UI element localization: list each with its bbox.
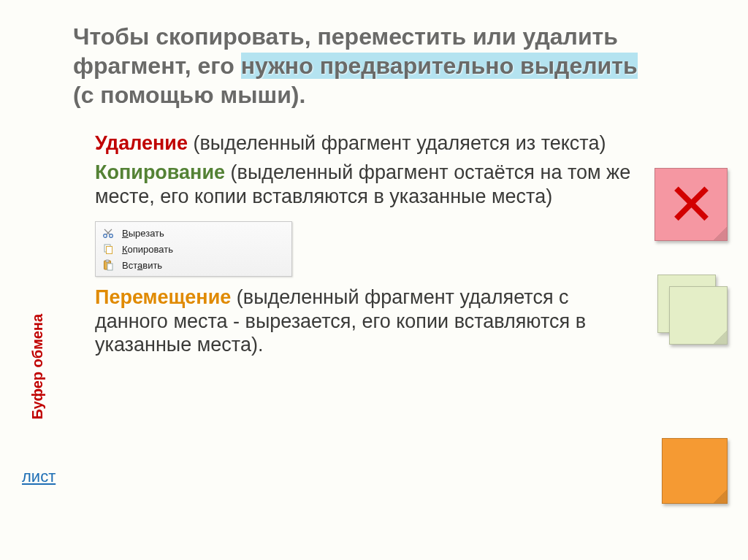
- svg-rect-3: [107, 247, 112, 254]
- slide-title: Чтобы скопировать, переместить или удали…: [73, 22, 719, 110]
- menu-item-paste[interactable]: Вставить: [96, 257, 291, 273]
- close-icon: ✕: [655, 169, 727, 242]
- menu-item-cut[interactable]: Вырезать: [96, 225, 291, 241]
- copy-term: Копирование: [95, 161, 225, 183]
- menu-cut-label: Вырезать: [122, 228, 164, 239]
- list-link[interactable]: лист: [22, 467, 56, 486]
- delete-term: Удаление: [95, 132, 188, 154]
- menu-paste-label: Вставить: [122, 260, 162, 271]
- svg-rect-6: [107, 264, 112, 270]
- scissors-icon: [100, 226, 116, 239]
- slide-container: Чтобы скопировать, переместить или удали…: [0, 0, 748, 560]
- delete-text: (выделенный фрагмент удаляется из текста…: [188, 132, 606, 154]
- svg-rect-5: [106, 260, 109, 262]
- svg-point-0: [104, 234, 107, 238]
- move-paragraph: Перемещение (выделенный фрагмент удаляет…: [95, 285, 631, 356]
- move-term: Перемещение: [95, 286, 231, 308]
- delete-paragraph: Удаление (выделенный фрагмент удаляется …: [95, 131, 631, 155]
- title-text-2a: (: [73, 82, 81, 108]
- clipboard-side-label: Буфер обмена: [29, 314, 46, 420]
- menu-item-copy[interactable]: Копировать: [96, 241, 291, 257]
- title-text-2b: с помощью мыши).: [81, 82, 306, 108]
- menu-copy-label: Копировать: [122, 244, 173, 255]
- context-menu: Вырезать Копировать Вставить: [95, 221, 292, 277]
- svg-point-1: [110, 234, 113, 238]
- sticky-note-delete: ✕: [654, 168, 728, 241]
- title-highlight: нужно предварительно выделить: [241, 53, 638, 79]
- sticky-note-move: [662, 438, 728, 504]
- copy-icon: [100, 242, 116, 256]
- copy-paragraph: Копирование (выделенный фрагмент остаётс…: [95, 161, 631, 208]
- content-body: Удаление (выделенный фрагмент удаляется …: [73, 131, 719, 356]
- paste-icon: [100, 258, 116, 272]
- sticky-note-copy-front: [669, 286, 728, 345]
